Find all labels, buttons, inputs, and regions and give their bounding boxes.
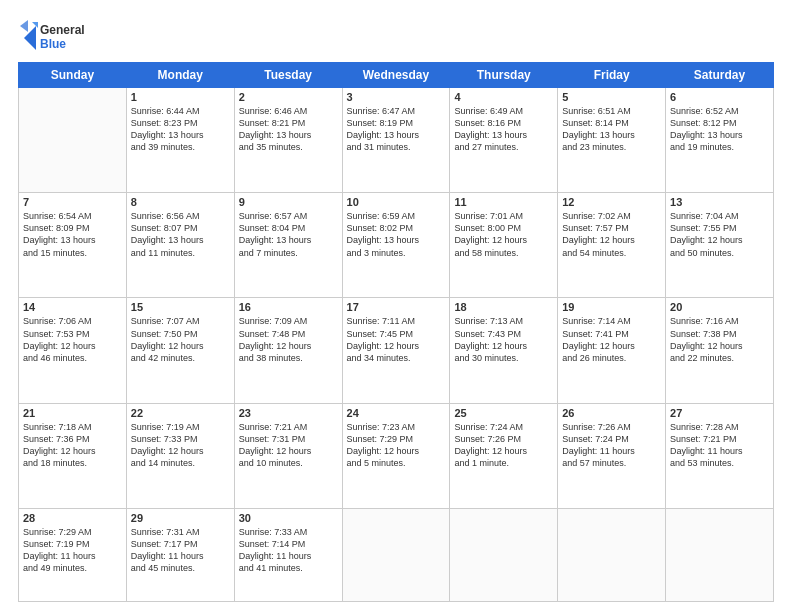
day-number: 10	[347, 196, 446, 208]
day-info: Sunrise: 6:49 AM Sunset: 8:16 PM Dayligh…	[454, 105, 553, 154]
day-info: Sunrise: 7:13 AM Sunset: 7:43 PM Dayligh…	[454, 315, 553, 364]
day-info: Sunrise: 6:56 AM Sunset: 8:07 PM Dayligh…	[131, 210, 230, 259]
col-header-tuesday: Tuesday	[234, 63, 342, 88]
day-info: Sunrise: 6:52 AM Sunset: 8:12 PM Dayligh…	[670, 105, 769, 154]
day-number: 7	[23, 196, 122, 208]
day-info: Sunrise: 7:19 AM Sunset: 7:33 PM Dayligh…	[131, 421, 230, 470]
calendar-cell: 3Sunrise: 6:47 AM Sunset: 8:19 PM Daylig…	[342, 88, 450, 193]
day-number: 28	[23, 512, 122, 524]
day-number: 25	[454, 407, 553, 419]
day-info: Sunrise: 6:54 AM Sunset: 8:09 PM Dayligh…	[23, 210, 122, 259]
day-number: 1	[131, 91, 230, 103]
day-number: 27	[670, 407, 769, 419]
day-info: Sunrise: 7:18 AM Sunset: 7:36 PM Dayligh…	[23, 421, 122, 470]
svg-marker-6	[20, 20, 28, 32]
day-number: 2	[239, 91, 338, 103]
day-info: Sunrise: 7:26 AM Sunset: 7:24 PM Dayligh…	[562, 421, 661, 470]
logo-svg: General Blue	[18, 18, 88, 54]
day-number: 8	[131, 196, 230, 208]
calendar-cell: 2Sunrise: 6:46 AM Sunset: 8:21 PM Daylig…	[234, 88, 342, 193]
calendar-cell: 17Sunrise: 7:11 AM Sunset: 7:45 PM Dayli…	[342, 298, 450, 403]
calendar-cell: 26Sunrise: 7:26 AM Sunset: 7:24 PM Dayli…	[558, 403, 666, 508]
col-header-sunday: Sunday	[19, 63, 127, 88]
day-number: 14	[23, 301, 122, 313]
calendar-cell	[558, 508, 666, 601]
day-info: Sunrise: 7:24 AM Sunset: 7:26 PM Dayligh…	[454, 421, 553, 470]
calendar-cell: 22Sunrise: 7:19 AM Sunset: 7:33 PM Dayli…	[126, 403, 234, 508]
day-number: 30	[239, 512, 338, 524]
calendar-cell: 8Sunrise: 6:56 AM Sunset: 8:07 PM Daylig…	[126, 193, 234, 298]
day-number: 11	[454, 196, 553, 208]
day-number: 24	[347, 407, 446, 419]
day-info: Sunrise: 6:44 AM Sunset: 8:23 PM Dayligh…	[131, 105, 230, 154]
calendar-cell: 27Sunrise: 7:28 AM Sunset: 7:21 PM Dayli…	[666, 403, 774, 508]
calendar-cell: 28Sunrise: 7:29 AM Sunset: 7:19 PM Dayli…	[19, 508, 127, 601]
col-header-friday: Friday	[558, 63, 666, 88]
day-info: Sunrise: 7:11 AM Sunset: 7:45 PM Dayligh…	[347, 315, 446, 364]
calendar-cell	[19, 88, 127, 193]
calendar-cell: 10Sunrise: 6:59 AM Sunset: 8:02 PM Dayli…	[342, 193, 450, 298]
col-header-wednesday: Wednesday	[342, 63, 450, 88]
calendar-cell: 14Sunrise: 7:06 AM Sunset: 7:53 PM Dayli…	[19, 298, 127, 403]
day-info: Sunrise: 6:47 AM Sunset: 8:19 PM Dayligh…	[347, 105, 446, 154]
calendar-table: SundayMondayTuesdayWednesdayThursdayFrid…	[18, 62, 774, 602]
calendar-cell	[450, 508, 558, 601]
day-number: 6	[670, 91, 769, 103]
day-info: Sunrise: 7:14 AM Sunset: 7:41 PM Dayligh…	[562, 315, 661, 364]
day-info: Sunrise: 7:21 AM Sunset: 7:31 PM Dayligh…	[239, 421, 338, 470]
col-header-saturday: Saturday	[666, 63, 774, 88]
calendar-cell	[342, 508, 450, 601]
calendar-cell: 18Sunrise: 7:13 AM Sunset: 7:43 PM Dayli…	[450, 298, 558, 403]
day-number: 22	[131, 407, 230, 419]
day-number: 17	[347, 301, 446, 313]
svg-text:Blue: Blue	[40, 37, 66, 51]
day-number: 4	[454, 91, 553, 103]
day-info: Sunrise: 6:46 AM Sunset: 8:21 PM Dayligh…	[239, 105, 338, 154]
calendar-cell: 13Sunrise: 7:04 AM Sunset: 7:55 PM Dayli…	[666, 193, 774, 298]
col-header-monday: Monday	[126, 63, 234, 88]
header: General Blue	[18, 18, 774, 54]
calendar-cell: 4Sunrise: 6:49 AM Sunset: 8:16 PM Daylig…	[450, 88, 558, 193]
day-number: 9	[239, 196, 338, 208]
day-number: 21	[23, 407, 122, 419]
calendar-cell: 5Sunrise: 6:51 AM Sunset: 8:14 PM Daylig…	[558, 88, 666, 193]
svg-marker-4	[24, 38, 36, 50]
day-number: 26	[562, 407, 661, 419]
calendar-cell: 20Sunrise: 7:16 AM Sunset: 7:38 PM Dayli…	[666, 298, 774, 403]
day-info: Sunrise: 6:51 AM Sunset: 8:14 PM Dayligh…	[562, 105, 661, 154]
day-number: 29	[131, 512, 230, 524]
day-info: Sunrise: 7:09 AM Sunset: 7:48 PM Dayligh…	[239, 315, 338, 364]
calendar-cell: 12Sunrise: 7:02 AM Sunset: 7:57 PM Dayli…	[558, 193, 666, 298]
calendar-header-row: SundayMondayTuesdayWednesdayThursdayFrid…	[19, 63, 774, 88]
day-number: 18	[454, 301, 553, 313]
day-info: Sunrise: 7:04 AM Sunset: 7:55 PM Dayligh…	[670, 210, 769, 259]
calendar-cell: 11Sunrise: 7:01 AM Sunset: 8:00 PM Dayli…	[450, 193, 558, 298]
calendar-cell: 21Sunrise: 7:18 AM Sunset: 7:36 PM Dayli…	[19, 403, 127, 508]
logo: General Blue	[18, 18, 88, 54]
day-number: 23	[239, 407, 338, 419]
day-number: 15	[131, 301, 230, 313]
day-number: 3	[347, 91, 446, 103]
col-header-thursday: Thursday	[450, 63, 558, 88]
calendar-cell: 19Sunrise: 7:14 AM Sunset: 7:41 PM Dayli…	[558, 298, 666, 403]
day-number: 19	[562, 301, 661, 313]
day-info: Sunrise: 6:59 AM Sunset: 8:02 PM Dayligh…	[347, 210, 446, 259]
day-info: Sunrise: 7:28 AM Sunset: 7:21 PM Dayligh…	[670, 421, 769, 470]
calendar-cell: 6Sunrise: 6:52 AM Sunset: 8:12 PM Daylig…	[666, 88, 774, 193]
day-number: 16	[239, 301, 338, 313]
day-number: 13	[670, 196, 769, 208]
calendar-cell: 23Sunrise: 7:21 AM Sunset: 7:31 PM Dayli…	[234, 403, 342, 508]
calendar-cell: 29Sunrise: 7:31 AM Sunset: 7:17 PM Dayli…	[126, 508, 234, 601]
calendar-cell: 7Sunrise: 6:54 AM Sunset: 8:09 PM Daylig…	[19, 193, 127, 298]
day-info: Sunrise: 7:29 AM Sunset: 7:19 PM Dayligh…	[23, 526, 122, 575]
day-number: 20	[670, 301, 769, 313]
svg-text:General: General	[40, 23, 85, 37]
calendar-cell: 24Sunrise: 7:23 AM Sunset: 7:29 PM Dayli…	[342, 403, 450, 508]
page: General Blue SundayMondayTuesdayWednesda…	[0, 0, 792, 612]
day-info: Sunrise: 7:06 AM Sunset: 7:53 PM Dayligh…	[23, 315, 122, 364]
day-info: Sunrise: 7:07 AM Sunset: 7:50 PM Dayligh…	[131, 315, 230, 364]
day-info: Sunrise: 7:33 AM Sunset: 7:14 PM Dayligh…	[239, 526, 338, 575]
day-info: Sunrise: 6:57 AM Sunset: 8:04 PM Dayligh…	[239, 210, 338, 259]
calendar-cell: 25Sunrise: 7:24 AM Sunset: 7:26 PM Dayli…	[450, 403, 558, 508]
day-number: 5	[562, 91, 661, 103]
